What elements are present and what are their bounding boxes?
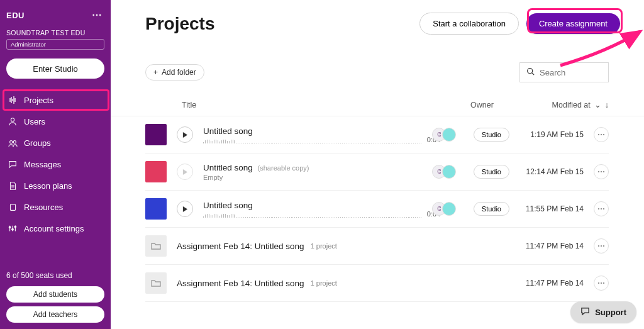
studio-button[interactable]: Studio bbox=[474, 165, 509, 179]
sidebar-item-label: Groups bbox=[24, 138, 51, 148]
user-icon bbox=[8, 116, 18, 126]
folder-title: Assignment Feb 14: Untitled song bbox=[177, 279, 304, 288]
modified-at: 11:47 PM Feb 14 bbox=[519, 279, 584, 287]
support-button[interactable]: Support bbox=[570, 301, 636, 323]
play-button[interactable] bbox=[177, 201, 193, 217]
project-subtitle: Empty bbox=[203, 174, 422, 181]
folder-row[interactable]: Assignment Feb 14: Untitled song 1 proje… bbox=[145, 265, 609, 302]
folder-title: Assignment Feb 14: Untitled song bbox=[177, 242, 304, 251]
project-thumbnail bbox=[145, 161, 167, 182]
svg-point-5 bbox=[13, 140, 16, 143]
owner-avatars: ⵛ bbox=[432, 165, 464, 179]
sidebar-item-users[interactable]: Users bbox=[0, 111, 111, 131]
chat-icon bbox=[8, 159, 18, 169]
svg-point-9 bbox=[14, 226, 16, 228]
col-modified[interactable]: Modified at ⌄ ↓ bbox=[508, 100, 609, 109]
sidebar-item-label: Users bbox=[24, 117, 45, 126]
col-title[interactable]: Title bbox=[182, 101, 470, 109]
folder-count: 1 project bbox=[311, 242, 337, 250]
sidebar-item-account[interactable]: Account settings bbox=[0, 218, 111, 238]
arrow-down-icon: ↓ bbox=[605, 101, 609, 109]
svg-point-8 bbox=[12, 228, 14, 230]
project-row[interactable]: Untitled song /*filled below via generic… bbox=[145, 116, 609, 153]
play-button[interactable] bbox=[177, 164, 193, 180]
svg-point-3 bbox=[11, 118, 14, 121]
row-more-icon[interactable]: ⋯ bbox=[594, 238, 609, 254]
svg-point-0 bbox=[92, 14, 94, 16]
enter-studio-button[interactable]: Enter Studio bbox=[6, 59, 104, 79]
nav: Projects Users Groups Messages Lesson pl… bbox=[0, 90, 111, 238]
shareable-tag: (shareable copy) bbox=[258, 164, 309, 172]
start-collab-button[interactable]: Start a collaboration bbox=[419, 13, 519, 35]
studio-button[interactable]: Studio bbox=[474, 202, 509, 216]
waveform-icon: /*filled below via generic waveform*/ bbox=[203, 140, 422, 143]
sidebar-item-resources[interactable]: Resources bbox=[0, 197, 111, 217]
sidebar-item-messages[interactable]: Messages bbox=[0, 154, 111, 174]
sidebar-item-label: Lesson plans bbox=[24, 181, 72, 191]
sidebar-item-projects[interactable]: Projects bbox=[0, 90, 111, 110]
support-chat-icon bbox=[580, 306, 590, 318]
project-title: Untitled song bbox=[203, 126, 422, 136]
owner-avatars: ⵛ bbox=[432, 202, 464, 216]
sidebar-item-label: Resources bbox=[24, 203, 63, 212]
create-assignment-button[interactable]: Create assignment bbox=[526, 13, 620, 34]
resources-icon bbox=[8, 202, 18, 212]
modified-at: 1:19 AM Feb 15 bbox=[519, 130, 584, 139]
sidebar-item-label: Messages bbox=[24, 160, 61, 169]
sidebar: EDU SOUNDTRAP TEST EDU Administrator Ent… bbox=[0, 0, 111, 329]
avatar bbox=[442, 128, 456, 142]
chevron-down-icon: ⌄ bbox=[594, 100, 601, 109]
waveform-icon bbox=[8, 95, 18, 105]
search-box[interactable] bbox=[519, 62, 609, 82]
sidebar-item-lessons[interactable]: Lesson plans bbox=[0, 176, 111, 196]
studio-button[interactable]: Studio bbox=[474, 128, 509, 142]
modified-at: 11:47 PM Feb 14 bbox=[519, 242, 584, 250]
add-teachers-button[interactable]: Add teachers bbox=[6, 306, 104, 323]
main: Projects Start a collaboration Create as… bbox=[111, 0, 644, 329]
folder-icon bbox=[145, 272, 167, 294]
search-input[interactable] bbox=[540, 68, 602, 77]
modified-at: 11:55 PM Feb 14 bbox=[519, 204, 584, 213]
users-icon bbox=[8, 138, 18, 148]
role-chip: Administrator bbox=[6, 39, 104, 50]
svg-point-4 bbox=[9, 140, 12, 143]
row-more-icon[interactable]: ⋯ bbox=[594, 164, 609, 179]
add-folder-button[interactable]: + Add folder bbox=[145, 64, 204, 81]
svg-rect-6 bbox=[10, 204, 15, 210]
org-more-icon[interactable] bbox=[89, 8, 104, 23]
page-title: Projects bbox=[145, 14, 215, 34]
svg-point-7 bbox=[9, 226, 11, 228]
search-icon bbox=[526, 67, 535, 77]
folder-icon bbox=[145, 235, 167, 257]
svg-point-1 bbox=[96, 14, 98, 16]
owner-avatars: ⵛ bbox=[432, 128, 464, 142]
project-title: Untitled song (shareable copy) bbox=[203, 163, 422, 172]
folder-row[interactable]: Assignment Feb 14: Untitled song 1 proje… bbox=[145, 228, 609, 265]
avatar bbox=[442, 202, 456, 216]
sliders-icon bbox=[8, 223, 18, 233]
sidebar-item-label: Projects bbox=[24, 96, 53, 105]
sidebar-item-groups[interactable]: Groups bbox=[0, 133, 111, 153]
play-button[interactable] bbox=[177, 126, 193, 143]
project-row[interactable]: Untitled song 0:04 ⵛ Studio 11:55 PM Feb… bbox=[145, 191, 609, 228]
row-more-icon[interactable]: ⋯ bbox=[594, 201, 609, 216]
folder-count: 1 project bbox=[311, 279, 337, 287]
project-row[interactable]: Untitled song (shareable copy) Empty ⵛ S… bbox=[145, 153, 609, 191]
seats-label: 6 of 500 seats used bbox=[6, 271, 104, 280]
sidebar-item-label: Account settings bbox=[24, 224, 84, 233]
waveform-icon bbox=[203, 214, 422, 218]
svg-point-2 bbox=[99, 14, 101, 16]
org-name: EDU bbox=[6, 11, 25, 20]
project-rows: Untitled song /*filled below via generic… bbox=[111, 116, 644, 302]
plus-icon: + bbox=[153, 68, 158, 77]
modified-at: 12:14 AM Feb 15 bbox=[519, 167, 584, 176]
add-folder-label: Add folder bbox=[162, 68, 196, 77]
sub-org-name: SOUNDTRAP TEST EDU bbox=[6, 29, 104, 36]
row-more-icon[interactable]: ⋯ bbox=[594, 276, 609, 291]
doc-icon bbox=[8, 181, 18, 191]
svg-point-10 bbox=[528, 69, 533, 74]
avatar bbox=[442, 165, 456, 179]
col-owner[interactable]: Owner bbox=[470, 101, 508, 109]
add-students-button[interactable]: Add students bbox=[6, 286, 104, 303]
row-more-icon[interactable]: ⋯ bbox=[594, 127, 609, 142]
